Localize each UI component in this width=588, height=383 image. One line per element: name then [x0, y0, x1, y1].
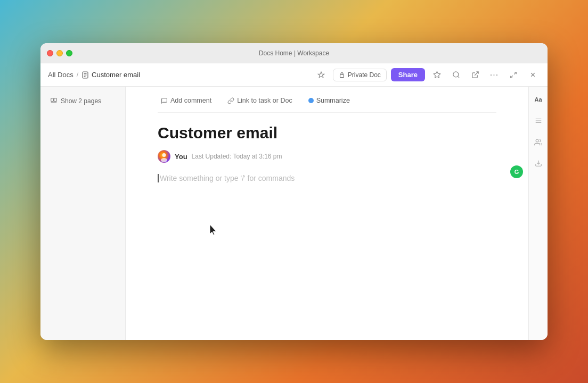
doc-content: Add comment Link to task or Doc Summariz…	[126, 87, 528, 340]
svg-point-17	[162, 153, 166, 157]
document-editor[interactable]: Write something or type '/' for commands	[158, 173, 496, 340]
doc-action-bar: Add comment Link to task or Doc Summariz…	[158, 87, 496, 113]
users-icon	[534, 138, 542, 146]
comment-icon	[161, 97, 168, 104]
breadcrumb-current: Customer email	[81, 71, 140, 79]
export-button[interactable]	[468, 68, 483, 82]
toc-icon	[535, 117, 542, 124]
svg-marker-5	[434, 71, 440, 78]
main-layout: Show 2 pages Add comment Link to	[40, 87, 548, 340]
add-comment-label: Add comment	[170, 97, 211, 104]
toolbar-right: Private Doc Share ···	[314, 68, 540, 82]
link-icon	[227, 97, 234, 104]
svg-rect-13	[51, 98, 54, 102]
svg-line-8	[475, 72, 478, 76]
expand-button[interactable]	[506, 68, 521, 82]
private-doc-button[interactable]: Private Doc	[333, 69, 387, 81]
download-icon	[535, 160, 542, 167]
summarize-dot	[308, 98, 314, 103]
traffic-lights	[40, 50, 72, 56]
doc-icon	[81, 71, 89, 79]
close-icon	[529, 71, 536, 78]
svg-point-22	[536, 139, 538, 141]
close-window-button[interactable]	[525, 68, 540, 82]
close-button[interactable]	[47, 50, 53, 56]
toolbar: All Docs / Customer email	[40, 63, 548, 87]
svg-line-9	[514, 72, 516, 74]
share-button[interactable]: Share	[391, 68, 425, 81]
search-icon	[452, 71, 460, 79]
last-updated-text: Last Updated: Today at 3:16 pm	[192, 153, 282, 160]
svg-line-7	[458, 76, 459, 78]
link-task-label: Link to task or Doc	[237, 97, 292, 104]
star-button[interactable]	[429, 68, 444, 82]
window-title: Docs Home | Workspace	[259, 49, 329, 57]
svg-rect-14	[54, 98, 57, 102]
table-of-contents-button[interactable]	[531, 113, 546, 128]
editor-placeholder: Write something or type '/' for commands	[160, 174, 295, 182]
expand-icon	[510, 71, 517, 79]
right-panel: Aa	[528, 87, 548, 340]
lock-icon	[339, 72, 345, 78]
svg-line-10	[511, 76, 513, 78]
titlebar: Docs Home | Workspace	[40, 43, 548, 63]
download-button[interactable]	[531, 156, 546, 171]
svg-point-6	[453, 72, 458, 77]
document-meta: You Last Updated: Today at 3:16 pm	[158, 150, 496, 163]
breadcrumb-all-docs[interactable]: All Docs	[48, 71, 74, 79]
collaborator-circle[interactable]: G	[510, 165, 523, 178]
breadcrumb-separator: /	[77, 71, 78, 79]
export-icon	[471, 71, 479, 79]
maximize-button[interactable]	[66, 50, 72, 56]
svg-rect-4	[340, 74, 344, 77]
document-title[interactable]: Customer email	[158, 123, 496, 143]
avatar	[158, 150, 170, 163]
minimize-button[interactable]	[56, 50, 63, 56]
text-cursor	[158, 174, 159, 182]
author-name: You	[175, 153, 187, 161]
show-pages-label: Show 2 pages	[61, 97, 101, 105]
sidebar: Show 2 pages	[40, 87, 126, 340]
collaborator-initial: G	[514, 169, 519, 175]
avatar-image	[158, 151, 170, 162]
private-doc-label: Private Doc	[348, 71, 381, 79]
link-task-button[interactable]: Link to task or Doc	[224, 95, 296, 106]
summarize-label: Summarize	[316, 97, 350, 104]
summarize-button[interactable]: Summarize	[305, 95, 353, 106]
show-pages-button[interactable]: Show 2 pages	[47, 95, 119, 107]
add-comment-button[interactable]: Add comment	[158, 95, 215, 106]
svg-point-18	[161, 158, 167, 162]
font-settings-button[interactable]: Aa	[531, 92, 546, 107]
more-button[interactable]: ···	[487, 68, 502, 82]
breadcrumb-current-label: Customer email	[92, 71, 140, 79]
search-button[interactable]	[448, 68, 463, 82]
pages-icon	[50, 97, 58, 105]
breadcrumb: All Docs / Customer email	[48, 71, 140, 79]
star-icon	[433, 71, 441, 79]
pin-icon-button[interactable]	[314, 68, 329, 82]
users-button[interactable]	[531, 135, 546, 149]
